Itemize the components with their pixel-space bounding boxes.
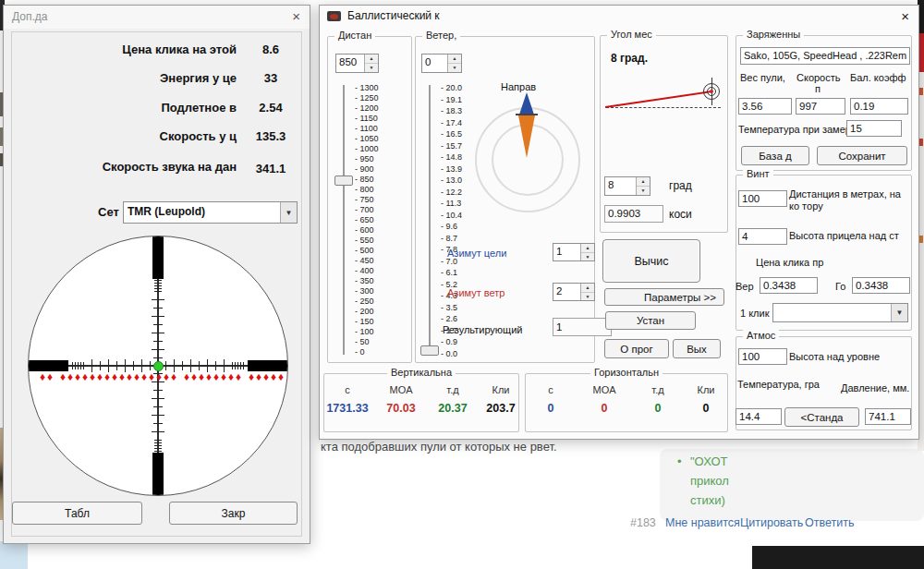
bc-field[interactable]: 0.19 bbox=[850, 98, 908, 115]
main-window-titlebar[interactable]: Баллистический к × bbox=[320, 6, 918, 27]
distance-group-label: Дистан bbox=[334, 30, 375, 41]
left-window-close-icon[interactable]: × bbox=[292, 8, 300, 24]
quote-line-3: стихи) bbox=[690, 493, 725, 507]
about-button[interactable]: О прог bbox=[604, 339, 669, 358]
atmo-temp-label: Температура, гра bbox=[737, 379, 820, 390]
app-icon bbox=[327, 11, 341, 21]
spin-up-icon[interactable]: ▲ bbox=[448, 54, 461, 64]
angle-group: Угол мес bbox=[600, 35, 728, 233]
zero-distance-label: Дистанция в метрах, на ко тору bbox=[789, 188, 909, 212]
reticle-select-label: Сет bbox=[98, 205, 119, 219]
horizontal-result-label: Горизонтальн bbox=[590, 367, 663, 378]
save-button[interactable]: Сохранит bbox=[817, 146, 907, 165]
main-window-close-icon[interactable]: × bbox=[901, 8, 909, 24]
azimuth-target-value[interactable]: 1 bbox=[553, 244, 580, 260]
result-col: т.д0 bbox=[634, 384, 682, 415]
result-col: с0 bbox=[527, 384, 575, 415]
calculate-button[interactable]: Вычис bbox=[602, 239, 700, 283]
one-click-label: 1 клик bbox=[740, 308, 770, 319]
spin-down-icon[interactable]: ▼ bbox=[448, 64, 461, 72]
reply-link[interactable]: Ответить bbox=[805, 516, 854, 529]
wind-group-label: Ветер, bbox=[422, 30, 460, 41]
vertical-result-label: Вертикальна bbox=[387, 367, 456, 378]
altitude-field[interactable]: 100 bbox=[738, 348, 787, 365]
spin-down-icon[interactable]: ▼ bbox=[637, 187, 650, 195]
atmo-temp-field[interactable]: 14.4 bbox=[736, 408, 782, 425]
spin-up-icon[interactable]: ▲ bbox=[365, 54, 378, 64]
cartridge-field[interactable]: Sako, 105G, SpeedHead , .223Rem bbox=[740, 47, 910, 65]
like-link[interactable]: Мне нравится bbox=[665, 516, 740, 529]
angle-spinner[interactable]: 8 ▲▼ bbox=[604, 176, 650, 196]
result-col: MOA70.03 bbox=[377, 384, 425, 415]
reticle-select-value: TMR (Leupold) bbox=[124, 202, 280, 223]
wind-value[interactable]: 0 bbox=[422, 54, 447, 72]
atmosphere-group-label: Атмос bbox=[743, 330, 779, 341]
wind-spinner[interactable]: 0 ▲▼ bbox=[421, 54, 462, 73]
compass-needle-down bbox=[518, 115, 535, 158]
zero-distance-field[interactable]: 100 bbox=[738, 190, 787, 207]
wind-slider-thumb[interactable] bbox=[420, 345, 439, 356]
set-button[interactable]: Устан bbox=[605, 311, 696, 330]
post-number: #183 bbox=[630, 516, 656, 529]
one-click-select[interactable]: ▼ bbox=[772, 303, 908, 322]
distance-scale: - 1300- 1250- 1200- 1150- 1100- 1050- 10… bbox=[355, 83, 379, 357]
distance-value[interactable]: 850 bbox=[336, 54, 364, 72]
wind-slider-track[interactable] bbox=[429, 85, 431, 355]
angle-cos-value: 0.9903 bbox=[604, 205, 663, 223]
distance-slider-thumb[interactable] bbox=[334, 176, 353, 186]
spin-down-icon[interactable]: ▼ bbox=[581, 253, 594, 261]
bullet-weight-field[interactable]: 3.56 bbox=[738, 98, 792, 115]
spin-up-icon[interactable]: ▲ bbox=[581, 244, 594, 253]
standard-button[interactable]: <Станда bbox=[784, 407, 859, 427]
azimuth-target-spinner[interactable]: 1 ▲▼ bbox=[553, 243, 595, 261]
distance-slider-track[interactable] bbox=[343, 85, 345, 355]
left-window-titlebar[interactable]: Доп.да × bbox=[4, 6, 310, 29]
additional-data-window: Доп.да × Цена клика на этой 8.6 Энергия … bbox=[3, 5, 310, 544]
vertical-click-field[interactable]: 0.3438 bbox=[760, 277, 818, 294]
reticle-diamonds: ♦♦♦♦♦♦♦♦♦♦♦♦♦♦♦♦♦♦♦♦♦♦♦♦♦♦♦♦♦♦♦ bbox=[40, 371, 288, 382]
base-button[interactable]: База д bbox=[741, 146, 809, 165]
distance-spinner[interactable]: 850 ▲▼ bbox=[335, 54, 379, 73]
parameters-button[interactable]: Параметры >> bbox=[604, 288, 724, 306]
spin-up-icon[interactable]: ▲ bbox=[581, 284, 594, 293]
azimuth-target-label: Азимут цели bbox=[447, 248, 506, 259]
altitude-label: Высота над уровне bbox=[789, 351, 880, 362]
bc-label: Бал. коэфф bbox=[850, 72, 906, 83]
close-button[interactable]: Закр bbox=[169, 502, 298, 525]
main-window-title: Баллистический к bbox=[347, 9, 440, 22]
spin-down-icon[interactable]: ▼ bbox=[365, 64, 378, 72]
page-blue-strip bbox=[0, 541, 28, 569]
pressure-field[interactable]: 741.1 bbox=[865, 408, 911, 425]
info-label: Скорость звука на дан bbox=[22, 160, 237, 174]
click-price-label: Цена клика пр bbox=[756, 257, 823, 268]
resulting-label: Результирующий bbox=[443, 324, 522, 335]
angle-value[interactable]: 8 bbox=[605, 177, 636, 195]
sight-height-field[interactable]: 4 bbox=[738, 228, 787, 245]
azimuth-wind-value[interactable]: 2 bbox=[553, 284, 580, 300]
exit-button[interactable]: Вых bbox=[673, 339, 721, 358]
measure-temp-field[interactable]: 15 bbox=[846, 120, 902, 137]
wind-scale: - 20.0- 19.1- 18.3- 17.4- 16.5- 15.7- 14… bbox=[441, 83, 462, 360]
chevron-down-icon[interactable]: ▼ bbox=[280, 202, 297, 223]
angle-cos-unit: коси bbox=[669, 208, 692, 221]
azimuth-wind-spinner[interactable]: 2 ▲▼ bbox=[553, 283, 595, 301]
result-col: с1731.33 bbox=[323, 384, 371, 415]
angle-target-icon bbox=[703, 78, 720, 105]
quote-line-2: прикол bbox=[690, 474, 729, 488]
result-col: Кли203.7 bbox=[477, 384, 525, 415]
spin-up-icon[interactable]: ▲ bbox=[637, 177, 650, 187]
speed-field[interactable]: 997 bbox=[796, 98, 845, 115]
chevron-down-icon[interactable]: ▼ bbox=[891, 304, 907, 321]
info-value: 135.3 bbox=[239, 129, 302, 143]
wind-direction-label: Направ bbox=[501, 81, 536, 92]
info-value: 8.6 bbox=[239, 42, 302, 56]
table-button[interactable]: Табл bbox=[12, 502, 142, 525]
horizontal-click-field[interactable]: 0.3438 bbox=[852, 277, 910, 294]
info-label: Энергия у це bbox=[22, 71, 237, 85]
reticle-select[interactable]: TMR (Leupold) ▼ bbox=[123, 201, 298, 224]
quote-link[interactable]: Цитировать bbox=[740, 516, 803, 529]
info-value: 341.1 bbox=[239, 162, 302, 176]
info-value: 33 bbox=[239, 71, 302, 85]
spin-down-icon[interactable]: ▼ bbox=[581, 293, 594, 301]
compass-needle-up bbox=[519, 92, 534, 115]
